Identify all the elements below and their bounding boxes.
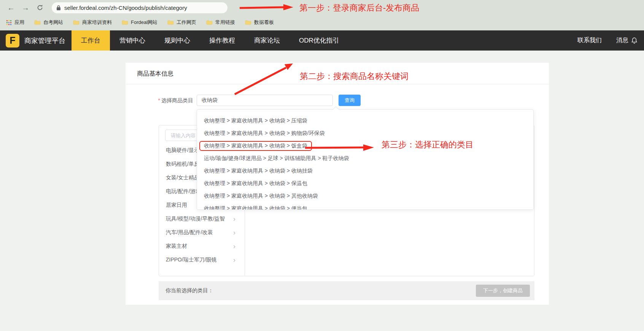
category-suggestion-item[interactable]: 收纳整理 > 家庭收纳用具 > 收纳袋 > 压缩袋 (197, 114, 533, 127)
bookmark-apps[interactable]: 应用 (6, 19, 24, 26)
apps-grid-icon (6, 20, 12, 25)
navbar-right: 联系我们 消息 (577, 36, 644, 44)
back-icon[interactable]: ← (6, 3, 16, 13)
category-list-item[interactable]: 家装主材 › (159, 239, 245, 253)
nav-tab[interactable]: 操作教程 (200, 30, 245, 51)
folder-icon (34, 20, 41, 25)
suggestion-text: 收纳整理 > 家庭收纳用具 > 收纳袋 > 保温包 (199, 179, 312, 188)
suggestion-text: 收纳整理 > 家庭收纳用具 > 收纳袋 > 其他收纳袋 (199, 191, 323, 201)
annotation-step3: 第三步：选择正确的类目 (382, 139, 474, 150)
suggestion-text: 收纳整理 > 家庭收纳用具 > 收纳袋 > 压缩袋 (199, 116, 312, 126)
category-form-label: *选择商品类目 (149, 95, 193, 106)
category-list-item[interactable]: 玩具/模型/动漫/早教/益智 › (159, 212, 245, 226)
suggestion-text: 收纳整理 > 家庭收纳用具 > 收纳袋 > 饭盒袋 (199, 141, 312, 151)
category-suggestion-item[interactable]: 收纳整理 > 家庭收纳用具 > 收纳袋 > 便当包 (197, 202, 533, 210)
selected-category-label: 你当前选择的类目： (165, 287, 213, 294)
messages-label: 消息 (616, 36, 628, 44)
required-asterisk: * (158, 97, 160, 103)
folder-icon (122, 20, 128, 25)
bookmark-label: 数据看板 (254, 19, 274, 26)
url-text: seller.fordeal.com/zh-CN/goods/publish/c… (64, 5, 187, 11)
contact-us-link[interactable]: 联系我们 (577, 36, 602, 44)
lock-icon (56, 5, 61, 11)
suggestion-text: 收纳整理 > 家庭收纳用具 > 收纳袋 > 购物袋/环保袋 (199, 128, 329, 138)
category-suggestion-item[interactable]: 收纳整理 > 家庭收纳用具 > 收纳袋 > 饭盒袋 (197, 139, 533, 152)
brand-title: 商家管理平台 (24, 36, 65, 45)
nav-tab[interactable]: 工作台 (72, 30, 110, 51)
suggestion-text: 运动/瑜伽/健身/球迷用品 > 足球 > 训练辅助用具 > 鞋子收纳袋 (199, 154, 354, 163)
folder-icon (73, 20, 80, 25)
category-item-label: 汽车/用品/配件/改装 (166, 229, 213, 236)
bookmarks-bar: 应用 自考网站 (0, 15, 644, 30)
nav-tab[interactable]: 营销中心 (110, 30, 155, 51)
category-suggestion-item[interactable]: 收纳整理 > 家庭收纳用具 > 收纳袋 > 保温包 (197, 177, 533, 190)
nav-tabs: 工作台 营销中心 规则中心 操作教程 商家论坛 ODR优化指引 (72, 30, 349, 51)
suggestion-text: 收纳整理 > 家庭收纳用具 > 收纳袋 > 收纳挂袋 (199, 166, 317, 176)
bookmark-label: 自考网站 (43, 19, 63, 26)
bookmark-label: Fordeal网站 (131, 19, 157, 26)
chevron-right-icon: › (233, 243, 235, 250)
bookmark-label: 商家培训资料 (82, 19, 112, 26)
nav-tab[interactable]: 商家论坛 (245, 30, 289, 51)
category-suggestion-dropdown: 收纳整理 > 家庭收纳用具 > 收纳袋 > 压缩袋 收纳整理 > 家庭收纳用具 … (197, 109, 534, 210)
nav-tab[interactable]: 规则中心 (155, 30, 200, 51)
category-item-label: 家装主材 (166, 243, 187, 250)
category-suggestion-item[interactable]: 运动/瑜伽/健身/球迷用品 > 足球 > 训练辅助用具 > 鞋子收纳袋 (197, 152, 533, 165)
query-button[interactable]: 查询 (339, 95, 361, 106)
forward-icon[interactable]: → (21, 3, 30, 13)
category-suggestion-item[interactable]: 收纳整理 > 家庭收纳用具 > 收纳袋 > 其他收纳袋 (197, 190, 533, 202)
bookmark-folder[interactable]: 工作网页 (167, 19, 196, 26)
chevron-right-icon: › (233, 215, 235, 222)
category-list-item[interactable]: 汽车/用品/配件/改装 › (159, 226, 245, 239)
folder-icon (167, 20, 174, 25)
bookmark-label: 常用链接 (215, 19, 235, 26)
chevron-right-icon: › (233, 229, 235, 236)
bookmark-label: 工作网页 (177, 19, 196, 26)
bookmark-folder[interactable]: 商家培训资料 (73, 19, 112, 26)
annotation-step2: 第二步：搜索商品名称关键词 (300, 71, 409, 82)
category-item-label: 居家日用 (166, 202, 187, 209)
category-keyword-input[interactable] (197, 95, 333, 106)
bookmark-folder[interactable]: Fordeal网站 (122, 19, 157, 26)
category-item-label: ZIPPO/瑞士军刀/眼镜 (166, 257, 217, 263)
category-item-label: 玩具/模型/动漫/早教/益智 (166, 215, 225, 222)
bookmark-folder[interactable]: 常用链接 (206, 19, 235, 26)
top-navbar: F 商家管理平台 工作台 营销中心 规则中心 操作教程 商家论坛 ODR优化指引… (0, 30, 644, 51)
publish-card: 商品基本信息 *选择商品类目 查询 电脑硬件/显示器 › 数码相机/单反相 › (126, 63, 549, 305)
folder-icon (206, 20, 213, 25)
nav-tab[interactable]: ODR优化指引 (289, 30, 349, 51)
category-list-item[interactable]: ZIPPO/瑞士军刀/眼镜 › (159, 253, 245, 267)
next-step-button[interactable]: 下一步，创建商品 (476, 285, 530, 297)
bookmark-folder[interactable]: 自考网站 (34, 19, 63, 26)
bookmark-folder[interactable]: 数据看板 (245, 19, 274, 26)
annotation-step1: 第一步：登录商家后台-发布商品 (299, 2, 419, 14)
refresh-icon[interactable] (35, 3, 45, 13)
category-suggestion-item[interactable]: 收纳整理 > 家庭收纳用具 > 收纳袋 > 购物袋/环保袋 (197, 127, 533, 139)
chevron-right-icon: › (233, 257, 235, 263)
category-item-label: 女装/女士精品 (166, 174, 199, 181)
selected-category-bar: 你当前选择的类目： 下一步，创建商品 (159, 281, 534, 300)
bookmark-folder-list: 自考网站 商家培训资料 (34, 19, 274, 26)
suggestion-text: 收纳整理 > 家庭收纳用具 > 收纳袋 > 便当包 (199, 204, 312, 210)
fordeal-logo[interactable]: F (6, 34, 19, 48)
messages-link[interactable]: 消息 (616, 36, 638, 44)
bookmark-label: 应用 (14, 19, 24, 26)
bell-icon (631, 37, 638, 44)
folder-icon (245, 20, 251, 25)
address-bar[interactable]: seller.fordeal.com/zh-CN/goods/publish/c… (52, 2, 227, 13)
category-suggestion-item[interactable]: 收纳整理 > 家庭收纳用具 > 收纳袋 > 收纳挂袋 (197, 165, 533, 177)
